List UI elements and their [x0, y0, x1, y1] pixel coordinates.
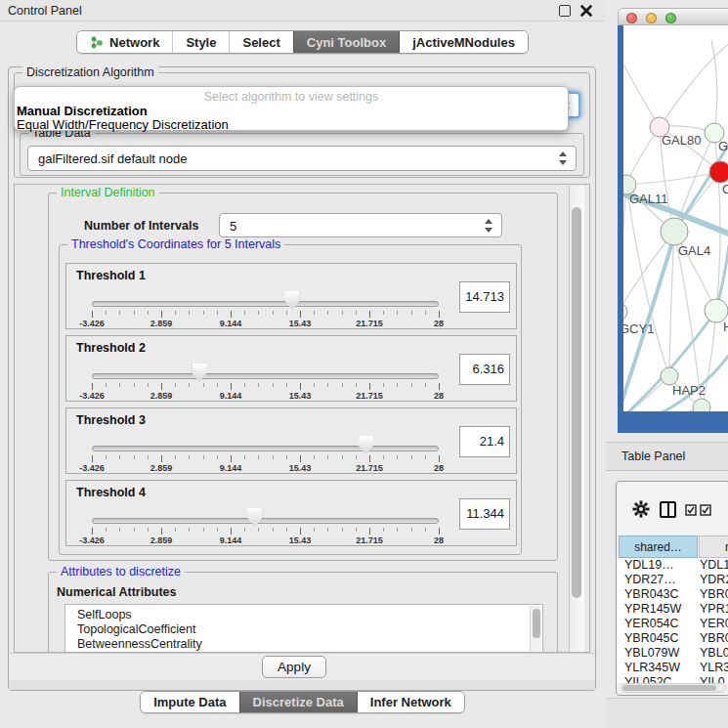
minor-tick	[314, 383, 315, 387]
bottom-tab-infer-network[interactable]: Infer Network	[357, 692, 464, 712]
split-panel-icon[interactable]	[660, 501, 676, 518]
slider-track[interactable]	[92, 518, 439, 524]
dropdown-option-manual[interactable]: Manual Discretization	[17, 104, 148, 118]
dropdown-option-equal-width[interactable]: Equal Width/Frequency Discretization	[17, 117, 229, 132]
close-icon[interactable]	[579, 4, 593, 18]
minor-tick	[314, 455, 315, 459]
minor-tick	[106, 311, 107, 315]
minor-tick	[397, 311, 398, 315]
column-header-name[interactable]: na	[699, 535, 728, 558]
table-row[interactable]: YBR043CYBR0	[617, 587, 728, 602]
attribute-list-item[interactable]: TopologicalCoefficient	[65, 622, 542, 637]
minor-tick	[217, 311, 218, 315]
major-tick	[369, 455, 370, 462]
tick-label: -3.426	[67, 391, 116, 401]
number-of-intervals-combobox[interactable]: 5	[219, 213, 502, 237]
minor-tick	[217, 528, 218, 532]
discretization-algorithm-title: Discretization Algorithm	[22, 65, 158, 79]
bottom-tab-discretize-data[interactable]: Discretize Data	[239, 692, 357, 712]
table-row[interactable]: YLR345WYLR3	[617, 661, 728, 675]
table-data-combobox[interactable]: galFiltered.sif default node	[27, 146, 577, 171]
table-row[interactable]: YDL19…YDL1	[617, 558, 728, 573]
numerical-attributes-label: Numerical Attributes	[57, 585, 176, 599]
tick-label: 9.144	[206, 535, 255, 545]
minor-tick	[189, 455, 190, 459]
attribute-list-item[interactable]: BetweennessCentrality	[65, 637, 542, 652]
table-row[interactable]: YIL052CYIL0	[617, 675, 728, 683]
network-canvas[interactable]: GAL80GACGAL11GAL4GCY1HHAP2	[623, 25, 728, 411]
combo-arrows-icon	[485, 219, 493, 233]
numerical-attributes-list[interactable]: SelfLoopsTopologicalCoefficientBetweenne…	[64, 604, 543, 653]
cell-shared-name: YBR045C	[624, 631, 679, 646]
minor-tick	[175, 455, 176, 459]
tab-network[interactable]: Network	[77, 31, 172, 53]
column-header-shared-name[interactable]: shared…	[619, 535, 698, 558]
minor-tick	[175, 311, 176, 315]
tab-style[interactable]: Style	[172, 31, 229, 53]
network-node-gcy1[interactable]	[623, 303, 627, 321]
tab-jactivemnodules[interactable]: jActiveMNodules	[399, 31, 528, 53]
major-tick	[439, 383, 440, 390]
minor-tick	[203, 455, 204, 459]
attribute-list-item[interactable]: SelfLoops	[65, 608, 542, 622]
tick-label: 2.859	[137, 319, 186, 328]
mac-minimize-icon[interactable]	[646, 13, 657, 23]
network-node-gal4[interactable]	[661, 218, 688, 245]
minor-tick	[148, 383, 149, 387]
threshold-value-field[interactable]: 14.713	[459, 281, 510, 313]
thresholds-group-title: Threshold's Coordinates for 5 Intervals	[67, 237, 284, 251]
checkbox-icon[interactable]	[700, 504, 711, 516]
table-hscrollbar[interactable]	[621, 683, 726, 693]
table-row[interactable]: YBL079WYBL0	[617, 646, 728, 661]
mac-close-icon[interactable]	[626, 13, 637, 23]
bottom-tab-impute-data[interactable]: Impute Data	[141, 692, 238, 712]
minor-tick	[119, 383, 120, 387]
slider-track[interactable]	[92, 446, 439, 451]
node-label: GAL4	[678, 243, 710, 258]
algorithm-dropdown: Select algorithm to view settings Manual…	[14, 86, 569, 131]
slider-track[interactable]	[92, 301, 439, 307]
gear-icon[interactable]	[632, 500, 650, 518]
slider-handle[interactable]	[284, 291, 299, 310]
major-tick	[369, 311, 370, 318]
tick-label: 28	[414, 319, 463, 328]
float-window-icon[interactable]	[559, 5, 571, 17]
threshold-value-field[interactable]: 6.316	[459, 354, 510, 385]
table-row[interactable]: YBR045CYBR0	[617, 631, 728, 646]
cell-name: YLR3	[700, 661, 728, 675]
tab-cyni-toolbox[interactable]: Cyni Toolbox	[293, 31, 399, 53]
network-node-c[interactable]	[709, 161, 728, 183]
tick-label: 15.43	[276, 463, 324, 473]
minor-tick	[356, 311, 357, 315]
apply-button[interactable]: Apply	[262, 656, 326, 678]
threshold-panel-4: Threshold 4-3.4262.8599.14415.4321.71528…	[65, 480, 517, 546]
tick-label: -3.426	[67, 535, 116, 545]
table-row[interactable]: YER054CYER0	[617, 617, 728, 631]
checkbox-icon[interactable]	[685, 504, 697, 516]
minor-tick	[286, 311, 287, 315]
control-panel-titlebar: Control Panel	[0, 0, 605, 21]
node-label: GCY1	[623, 321, 654, 336]
bottom-tab-bar: Impute DataDiscretize DataInfer Network	[0, 691, 605, 713]
minor-tick	[189, 311, 190, 315]
slider-track[interactable]	[92, 373, 439, 379]
major-tick	[439, 311, 440, 318]
tab-select[interactable]: Select	[229, 31, 292, 53]
slider-handle[interactable]	[359, 436, 373, 454]
slider-handle[interactable]	[193, 364, 207, 382]
list-scrollbar[interactable]	[530, 606, 541, 653]
threshold-value-field[interactable]: 21.4	[459, 426, 510, 457]
node-label: HAP2	[672, 383, 706, 398]
minor-tick	[286, 383, 287, 387]
settings-scrollbar[interactable]	[569, 186, 584, 653]
network-node[interactable]	[693, 399, 710, 411]
major-tick	[231, 383, 232, 390]
minor-tick	[411, 311, 412, 315]
cell-name: YBR0	[700, 587, 728, 602]
slider-handle[interactable]	[247, 508, 262, 527]
mac-zoom-icon[interactable]	[665, 13, 676, 23]
threshold-value-field[interactable]: 11.344	[459, 498, 510, 530]
table-row[interactable]: YPR145WYPR1	[617, 602, 728, 617]
number-of-intervals-value: 5	[230, 218, 236, 233]
table-row[interactable]: YDR27…YDR2	[617, 573, 728, 587]
